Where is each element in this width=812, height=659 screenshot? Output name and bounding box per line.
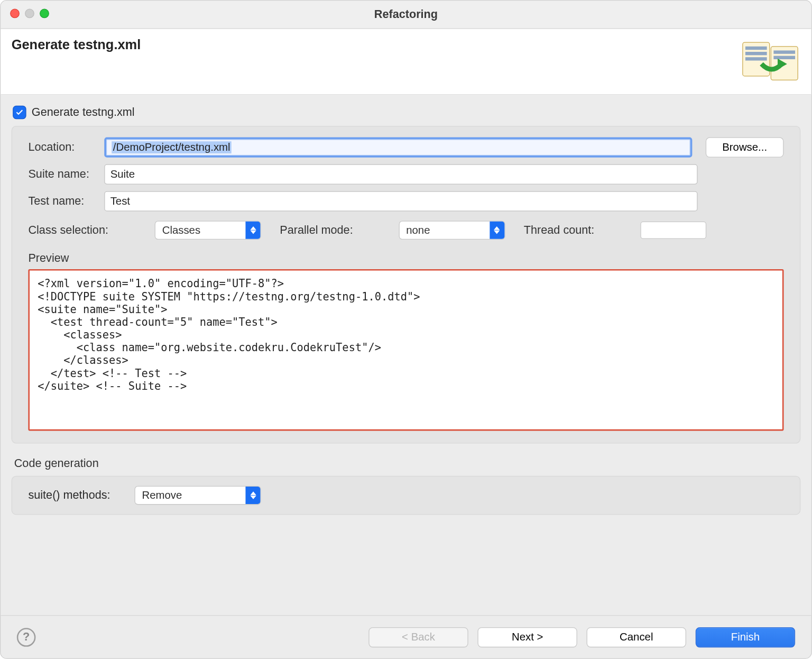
finish-button[interactable]: Finish (696, 627, 795, 647)
chevron-up-down-icon (490, 222, 504, 239)
suite-name-input[interactable] (104, 164, 697, 184)
refactoring-dialog: Refactoring Generate testng.xml Generate… (0, 0, 812, 659)
wizard-icon (740, 37, 801, 84)
parallel-mode-select[interactable]: none (399, 221, 505, 240)
parallel-mode-label: Parallel mode: (280, 223, 353, 236)
suite-methods-label: suite() methods: (28, 489, 122, 502)
code-generation-label: Code generation (14, 457, 801, 470)
svg-rect-5 (773, 50, 795, 53)
generate-checkbox-row: Generate testng.xml (13, 106, 799, 119)
code-generation-panel: suite() methods: Remove (12, 476, 801, 515)
help-button[interactable]: ? (17, 628, 36, 647)
banner: Generate testng.xml (1, 29, 811, 95)
body: Generate testng.xml Location: /DemoProje… (1, 95, 811, 615)
test-name-input[interactable] (104, 191, 697, 211)
svg-rect-6 (773, 56, 795, 59)
main-panel: Location: /DemoProject/testng.xml Browse… (12, 126, 801, 444)
page-title: Generate testng.xml (12, 37, 141, 52)
location-value: /DemoProject/testng.xml (112, 141, 232, 153)
svg-rect-3 (745, 57, 767, 60)
parallel-mode-value: none (406, 224, 430, 236)
thread-count-input[interactable] (640, 222, 706, 239)
zoom-icon[interactable] (40, 9, 49, 19)
browse-button[interactable]: Browse... (706, 138, 784, 158)
generate-checkbox[interactable] (13, 106, 26, 119)
cancel-button[interactable]: Cancel (587, 627, 686, 647)
chevron-up-down-icon (245, 487, 260, 504)
window-controls (10, 9, 49, 19)
generate-checkbox-label: Generate testng.xml (32, 106, 135, 119)
back-button: < Back (368, 627, 468, 647)
location-input[interactable]: /DemoProject/testng.xml (104, 138, 692, 158)
close-icon[interactable] (10, 9, 20, 19)
footer: ? < Back Next > Cancel Finish (1, 615, 811, 658)
test-name-label: Test name: (28, 195, 99, 208)
thread-count-label: Thread count: (524, 223, 594, 236)
class-selection-value: Classes (162, 224, 200, 236)
preview-textarea[interactable]: <?xml version="1.0" encoding="UTF-8"?> <… (28, 269, 783, 431)
titlebar: Refactoring (1, 1, 811, 29)
suite-methods-select[interactable]: Remove (135, 486, 261, 505)
window-title: Refactoring (374, 8, 438, 21)
suite-name-label: Suite name: (28, 168, 99, 181)
class-selection-label: Class selection: (28, 223, 142, 236)
class-selection-select[interactable]: Classes (155, 221, 261, 240)
minimize-icon[interactable] (25, 9, 34, 19)
preview-label: Preview (28, 252, 783, 265)
suite-methods-value: Remove (142, 489, 182, 501)
svg-rect-2 (745, 52, 767, 55)
next-button[interactable]: Next > (477, 627, 577, 647)
svg-rect-1 (745, 47, 767, 50)
location-label: Location: (28, 141, 99, 154)
chevron-up-down-icon (245, 222, 260, 239)
